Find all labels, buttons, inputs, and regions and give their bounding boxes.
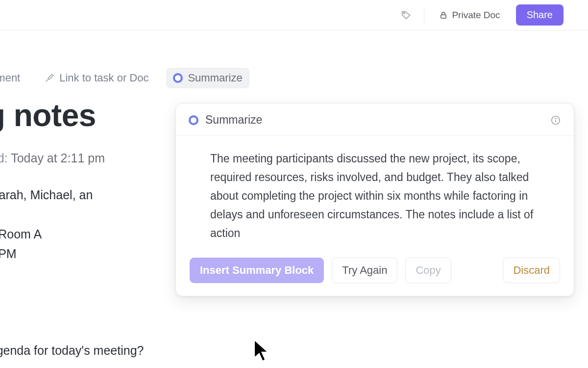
link-label: Link to task or Doc [59,72,148,84]
svg-point-4 [555,118,556,118]
divider [424,7,424,24]
topbar: Private Doc Share [0,0,588,30]
copy-button[interactable]: Copy [405,258,451,283]
popover-actions: Insert Summary Block Try Again Copy Disc… [176,255,574,296]
summarize-label: Summarize [188,72,242,84]
tag-icon [401,10,412,21]
cursor-icon [253,339,270,363]
ai-icon [173,73,183,83]
link-icon [45,73,54,83]
popover-title-group: Summarize [189,113,262,127]
ai-icon [189,115,198,125]
updated-label: Last Updated: [0,151,8,165]
conversation-line[interactable]: what's the agenda for today's meeting? [0,343,245,358]
lock-icon [439,11,448,20]
summarize-popover: Summarize The meeting participants discu… [175,103,574,296]
summarize-tool[interactable]: Summarize [166,68,249,88]
info-icon [550,115,561,126]
updated-value: Today at 2:11 pm [11,151,105,165]
link-tool[interactable]: Link to task or Doc [38,68,155,88]
comment-tool[interactable]: mment [0,68,27,88]
discard-button[interactable]: Discard [503,258,560,283]
try-again-button[interactable]: Try Again [332,258,397,283]
popover-body: The meeting participants discussed the n… [176,136,574,255]
participants-value: John, Sarah, Michael, an [0,188,93,202]
comment-label: mment [0,72,20,84]
svg-point-0 [404,12,405,14]
info-icon-button[interactable] [550,115,561,126]
popover-title: Summarize [205,113,262,127]
insert-summary-button[interactable]: Insert Summary Block [190,258,324,283]
section-heading: rsation [0,302,245,321]
share-button[interactable]: Share [516,4,564,26]
tag-icon-button[interactable] [396,5,416,25]
privacy-label: Private Doc [452,10,500,21]
doc-toolbar: mment Link to task or Doc Summarize [0,68,249,88]
popover-header: Summarize [176,104,574,136]
privacy-toggle[interactable]: Private Doc [432,6,507,25]
svg-rect-1 [441,15,446,18]
